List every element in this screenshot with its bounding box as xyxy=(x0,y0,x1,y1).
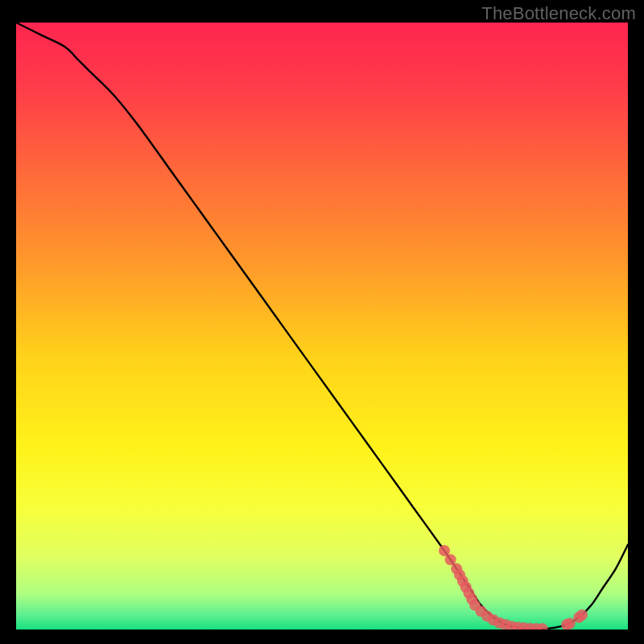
plot-area xyxy=(16,23,628,630)
data-point xyxy=(576,609,588,621)
gradient-background xyxy=(16,23,628,630)
chart-frame: TheBottleneck.com xyxy=(0,0,644,644)
watermark-text: TheBottleneck.com xyxy=(481,3,636,24)
bottleneck-chart xyxy=(16,23,628,630)
data-point xyxy=(564,617,576,629)
